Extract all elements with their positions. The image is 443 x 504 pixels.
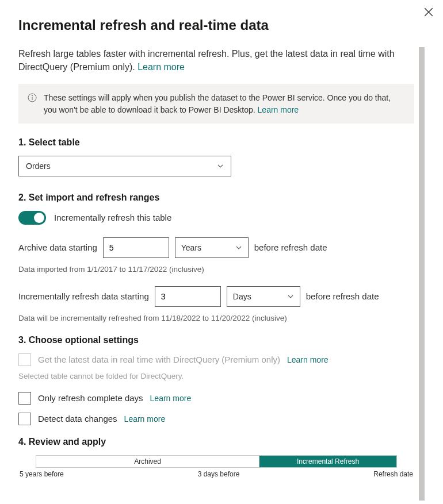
detect-changes-label: Detect data changes xyxy=(38,414,117,424)
close-icon[interactable] xyxy=(423,7,434,17)
refresh-helper: Data will be incrementally refreshed fro… xyxy=(18,314,414,322)
chevron-down-icon xyxy=(217,163,224,170)
learn-more-link-banner[interactable]: Learn more xyxy=(258,105,299,114)
svg-point-4 xyxy=(32,95,32,96)
refresh-value-input[interactable] xyxy=(155,286,221,307)
info-icon xyxy=(28,93,37,102)
dialog-subtitle: Refresh large tables faster with increme… xyxy=(18,47,414,74)
learn-more-link-directquery[interactable]: Learn more xyxy=(287,355,329,364)
timeline: Archived Incremental Refresh 5 years bef… xyxy=(18,455,414,478)
archive-unit-select[interactable]: Years xyxy=(175,237,249,258)
complete-days-checkbox[interactable] xyxy=(18,392,31,405)
refresh-suffix: before refresh date xyxy=(306,291,379,301)
learn-more-link-intro[interactable]: Learn more xyxy=(138,62,185,72)
timeline-start-label: 5 years before xyxy=(20,470,64,478)
incremental-refresh-label: Incrementally refresh this table xyxy=(54,213,171,222)
directquery-hint: Selected table cannot be folded for Dire… xyxy=(18,372,414,380)
archive-value-input[interactable] xyxy=(103,237,169,258)
archive-prefix: Archive data starting xyxy=(18,243,97,252)
timeline-archived-segment: Archived xyxy=(36,456,259,467)
timeline-incremental-segment: Incremental Refresh xyxy=(259,456,396,467)
info-banner: These settings will apply when you publi… xyxy=(18,84,414,124)
step4-heading: 4. Review and apply xyxy=(18,437,414,447)
scrollbar[interactable] xyxy=(419,47,425,501)
complete-days-label: Only refresh complete days xyxy=(38,393,143,403)
step2-heading: 2. Set import and refresh ranges xyxy=(18,193,414,203)
table-select-value: Orders xyxy=(26,161,51,171)
timeline-mid-label: 3 days before xyxy=(198,470,240,478)
chevron-down-icon xyxy=(287,293,294,300)
step3-heading: 3. Choose optional settings xyxy=(18,335,414,345)
chevron-down-icon xyxy=(235,244,242,251)
learn-more-link-complete-days[interactable]: Learn more xyxy=(150,394,192,403)
archive-suffix: before refresh date xyxy=(254,243,327,252)
timeline-end-label: Refresh date xyxy=(373,470,413,478)
table-select[interactable]: Orders xyxy=(18,156,231,176)
banner-text: These settings will apply when you publi… xyxy=(44,93,391,114)
detect-changes-checkbox[interactable] xyxy=(18,413,31,425)
directquery-checkbox xyxy=(18,353,31,366)
archive-helper: Data imported from 1/1/2017 to 11/17/202… xyxy=(18,265,414,274)
learn-more-link-detect-changes[interactable]: Learn more xyxy=(124,414,166,424)
refresh-unit-select[interactable]: Days xyxy=(227,286,300,307)
subtitle-text: Refresh large tables faster with increme… xyxy=(18,49,395,72)
archive-unit-value: Years xyxy=(181,243,201,252)
directquery-label: Get the latest data in real time with Di… xyxy=(38,355,280,364)
dialog-title: Incremental refresh and real-time data xyxy=(18,17,425,33)
incremental-refresh-toggle[interactable] xyxy=(18,211,46,225)
step1-heading: 1. Select table xyxy=(18,137,414,148)
refresh-prefix: Incrementally refresh data starting xyxy=(18,291,149,301)
refresh-unit-value: Days xyxy=(233,292,251,301)
